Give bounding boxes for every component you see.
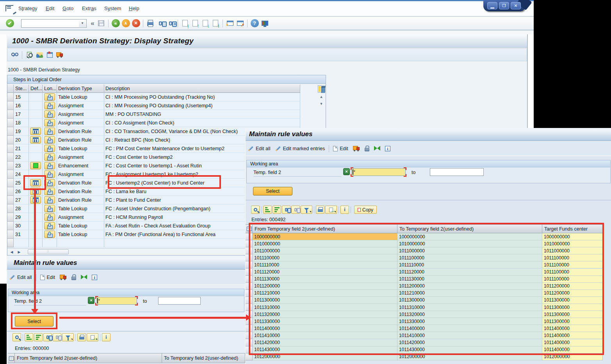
long-text-icon[interactable]: [44, 213, 55, 221]
long-text-icon[interactable]: [44, 128, 55, 135]
long-text-icon[interactable]: [44, 222, 55, 229]
command-field[interactable]: ▼: [21, 19, 87, 28]
print-icon[interactable]: [146, 19, 155, 28]
graphic-icon[interactable]: [35, 50, 44, 60]
sort-descending-icon[interactable]: [34, 333, 43, 341]
enhancement-icon[interactable]: [30, 162, 41, 169]
maintain-rule-values-icon[interactable]: [30, 128, 41, 135]
check-icon[interactable]: [25, 50, 34, 60]
row-selector[interactable]: [7, 162, 14, 170]
long-text-icon[interactable]: [44, 136, 55, 144]
first-page-icon[interactable]: [180, 19, 190, 28]
toolbar-edit[interactable]: Edit: [333, 146, 348, 151]
transaction-menu-icon[interactable]: [5, 5, 13, 11]
row-selector[interactable]: [7, 119, 14, 127]
toolbar-truck[interactable]: [353, 146, 360, 151]
row-selector[interactable]: [7, 93, 14, 101]
menu-item-goto[interactable]: Goto: [62, 5, 73, 11]
row-selector[interactable]: [7, 230, 14, 239]
row-selector[interactable]: [7, 179, 14, 187]
steps-hscrollbar[interactable]: ◀ ▶ ∷: [7, 248, 246, 255]
row-selector[interactable]: [7, 204, 14, 213]
column-header-step[interactable]: Ste...: [14, 85, 29, 93]
long-text-icon[interactable]: [44, 110, 55, 118]
from-value-input[interactable]: *: [351, 168, 406, 176]
export-icon[interactable]: [87, 333, 98, 341]
multi-selection-icon[interactable]: ✕: [88, 297, 94, 304]
exit-icon[interactable]: ∧: [121, 19, 130, 28]
long-text-icon[interactable]: [44, 196, 55, 204]
menu-item-extras[interactable]: Extras: [82, 5, 96, 11]
find-icon[interactable]: [43, 333, 52, 341]
toolbar-lock[interactable]: [71, 274, 76, 280]
long-text-icon[interactable]: [44, 162, 55, 169]
toolbar-flag[interactable]: [81, 275, 87, 280]
row-selector[interactable]: [7, 127, 14, 136]
toolbar-lock[interactable]: [365, 146, 369, 151]
long-text-icon[interactable]: [44, 231, 55, 238]
row-selector[interactable]: [7, 144, 14, 153]
enter-icon[interactable]: ✔: [5, 19, 14, 28]
to-value-input[interactable]: [430, 168, 484, 176]
table-configuration-icon[interactable]: [318, 85, 326, 92]
row-selector[interactable]: [7, 136, 14, 144]
long-text-icon[interactable]: [44, 93, 55, 101]
toolbar-truck[interactable]: [60, 275, 67, 280]
long-text-icon[interactable]: [44, 145, 55, 152]
toolbar-edit-all[interactable]: Edit all: [9, 274, 32, 280]
info-icon[interactable]: i: [340, 206, 349, 214]
back-icon[interactable]: «: [111, 19, 120, 28]
minimize-button[interactable]: ▬: [487, 2, 497, 9]
row-selector[interactable]: [7, 110, 14, 119]
find-icon[interactable]: [156, 19, 165, 28]
restore-button[interactable]: ❐: [499, 2, 509, 9]
sort-descending-icon[interactable]: [273, 206, 281, 214]
toolbar-edit-all[interactable]: Edit all: [248, 146, 271, 151]
column-header-lon[interactable]: Lon...: [43, 85, 57, 93]
print-icon[interactable]: [316, 206, 324, 214]
detail-icon[interactable]: [12, 333, 21, 341]
next-page-icon[interactable]: [201, 19, 210, 28]
column-header-from[interactable]: From Temporary field 2(user-defined): [15, 353, 162, 363]
menu-item-strategy[interactable]: Strategy: [18, 5, 37, 11]
export-icon[interactable]: [325, 206, 337, 214]
toolbar-info[interactable]: i: [385, 146, 390, 151]
find-next-icon[interactable]: [166, 19, 175, 28]
column-header-def[interactable]: Def...: [29, 85, 43, 93]
info-icon[interactable]: i: [102, 333, 110, 341]
new-session-icon[interactable]: [225, 19, 235, 28]
long-text-icon[interactable]: [44, 153, 55, 161]
row-selector[interactable]: [7, 170, 14, 179]
find-next-icon[interactable]: [291, 206, 300, 214]
long-text-icon[interactable]: [44, 119, 55, 126]
menu-item-help[interactable]: Help: [129, 5, 139, 11]
column-header-to[interactable]: To Temporary field 2(user-defined): [162, 353, 245, 363]
command-dropdown-icon[interactable]: ▼: [79, 20, 86, 27]
previous-page-icon[interactable]: [191, 19, 200, 28]
row-selector[interactable]: [7, 101, 14, 110]
menu-item-edit[interactable]: Edit: [46, 5, 54, 11]
create-shortcut-icon[interactable]: [235, 19, 245, 28]
copy-button[interactable]: Copy: [354, 206, 377, 214]
save-icon[interactable]: [96, 19, 106, 28]
last-page-icon[interactable]: [211, 19, 220, 28]
sort-ascending-icon[interactable]: [25, 333, 33, 341]
transport-icon[interactable]: [55, 50, 64, 60]
toolbar-edit-marked-entries[interactable]: Edit marked entries: [275, 146, 325, 151]
cancel-icon[interactable]: ✕: [131, 19, 141, 28]
row-selector[interactable]: [7, 239, 14, 247]
help-icon[interactable]: ?: [250, 19, 259, 28]
scroll-right-icon[interactable]: ▶: [16, 249, 22, 254]
toolbar-flag[interactable]: [374, 146, 380, 151]
toolbar-info[interactable]: i: [92, 275, 97, 280]
row-selector[interactable]: [7, 222, 14, 230]
find-next-icon[interactable]: [53, 333, 61, 341]
filter-icon[interactable]: [301, 206, 312, 214]
display-change-icon[interactable]: [10, 50, 20, 60]
scroll-up-icon[interactable]: ▲: [318, 94, 325, 99]
column-header-type[interactable]: Derivation Type: [57, 85, 104, 93]
row-selector[interactable]: [7, 213, 14, 222]
toolbar-edit[interactable]: Edit: [40, 275, 55, 280]
long-text-icon[interactable]: [44, 205, 55, 212]
more-icon[interactable]: «: [89, 19, 96, 28]
